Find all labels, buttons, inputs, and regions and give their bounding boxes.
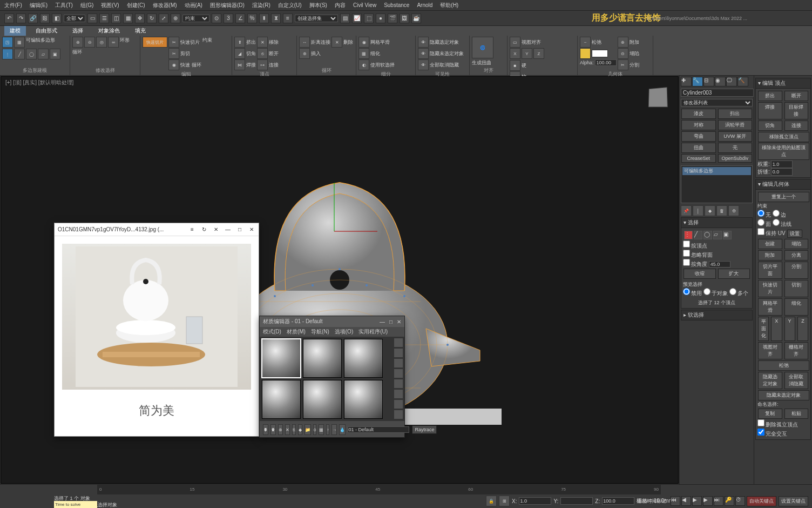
- z-button[interactable]: Z: [797, 317, 808, 341]
- mirror-button[interactable]: 对称: [681, 120, 716, 130]
- go-forward-icon[interactable]: →: [331, 424, 337, 435]
- normal-radio[interactable]: [773, 219, 780, 226]
- schematic-view-icon[interactable]: ⬚: [364, 14, 374, 23]
- window-crossing-icon[interactable]: ▦: [123, 14, 133, 23]
- refcoord-dropdown[interactable]: 约束: [182, 15, 209, 22]
- vertex-sel-icon[interactable]: ⋮: [684, 231, 693, 239]
- skin-button[interactable]: 漆皮: [681, 109, 716, 119]
- paste-button[interactable]: 粘贴: [784, 409, 809, 419]
- render-setup-icon[interactable]: 🎬: [388, 14, 397, 23]
- mat-type-button[interactable]: Raytrace: [412, 425, 437, 434]
- spinner-snap-icon[interactable]: ⬍: [259, 14, 269, 23]
- x-button[interactable]: X: [771, 317, 782, 341]
- fullinteract-checkbox[interactable]: [757, 429, 764, 436]
- material-editor-icon[interactable]: ●: [376, 14, 385, 23]
- assign-icon[interactable]: ⊕: [278, 424, 283, 435]
- play-icon[interactable]: ▶: [692, 496, 702, 506]
- relax-icon[interactable]: ~: [580, 37, 591, 48]
- show-end-icon[interactable]: │: [693, 205, 703, 216]
- material-slot-6[interactable]: [344, 380, 383, 419]
- none-radio[interactable]: [757, 210, 764, 217]
- link-icon[interactable]: 🔗: [28, 14, 38, 23]
- go-parent-icon[interactable]: ↑: [326, 424, 329, 435]
- config-icon[interactable]: ⚙: [728, 205, 739, 216]
- quickslice-icon[interactable]: ✂: [168, 37, 179, 48]
- minimize-icon[interactable]: —: [224, 226, 232, 232]
- crease-input[interactable]: [771, 168, 793, 176]
- menu-substance[interactable]: Substance: [384, 2, 409, 8]
- percent-snap-icon[interactable]: %: [247, 14, 257, 23]
- hideunsel-icon[interactable]: 👁: [418, 48, 429, 59]
- mat-mode-menu[interactable]: 模式(D): [263, 328, 281, 336]
- rotate-icon[interactable]: ↻: [200, 226, 208, 232]
- uvw-button[interactable]: UVW 展开: [718, 131, 753, 142]
- curve-editor-icon[interactable]: 📈: [352, 14, 362, 23]
- collapse-icon[interactable]: ⊖: [618, 48, 628, 59]
- vertex-subobj-icon[interactable]: ⋮: [2, 49, 13, 59]
- menu-modifier[interactable]: 修改器(M): [153, 2, 177, 9]
- poly-subobj-icon[interactable]: ▱: [38, 49, 49, 59]
- tab-freeform[interactable]: 自由形式: [30, 26, 63, 36]
- xyz-z-button[interactable]: Z: [533, 48, 544, 59]
- edit-poly-icon[interactable]: ▦: [14, 37, 25, 48]
- unique-icon[interactable]: ◆: [705, 205, 715, 216]
- forbid-radio[interactable]: [683, 288, 690, 295]
- chamfer-icon[interactable]: ◢: [234, 48, 245, 59]
- weld-button[interactable]: 焊接: [758, 102, 782, 119]
- sample-type-icon[interactable]: [394, 338, 403, 347]
- move-icon[interactable]: ✥: [135, 14, 145, 23]
- connect-button[interactable]: 连接: [784, 121, 809, 131]
- video-check-icon[interactable]: [394, 379, 403, 389]
- select-region-icon[interactable]: ◫: [111, 14, 121, 23]
- redo-icon[interactable]: ↷: [16, 14, 26, 23]
- poly-sel-icon[interactable]: ▱: [713, 231, 722, 239]
- angle-snap-icon[interactable]: ∠: [235, 14, 245, 23]
- menu-file[interactable]: 文件(F): [4, 2, 22, 9]
- close-icon[interactable]: ✕: [248, 226, 255, 232]
- break-button[interactable]: 断开: [784, 91, 809, 101]
- ignoreback-checkbox[interactable]: [683, 250, 690, 257]
- editverts-rollout-hdr[interactable]: ▾ 编辑 顶点: [755, 78, 811, 89]
- hidesel-button[interactable]: 隐藏选定对象: [758, 372, 782, 389]
- backlight-icon[interactable]: [394, 348, 403, 358]
- collapse-button[interactable]: 塌陷: [784, 239, 809, 249]
- attach-button[interactable]: 附加: [758, 250, 782, 260]
- menu-script[interactable]: 脚本(S): [309, 2, 327, 9]
- rotate-icon[interactable]: ↻: [147, 14, 157, 23]
- shrink-icon[interactable]: ⊖: [84, 37, 95, 48]
- mat-name-input[interactable]: [348, 426, 409, 433]
- byvertex-checkbox[interactable]: [683, 240, 690, 248]
- align-icon[interactable]: ≡: [283, 14, 293, 23]
- angle-input[interactable]: [709, 261, 730, 268]
- menu-render[interactable]: 渲染(R): [252, 2, 270, 9]
- snap-toggle-icon[interactable]: 3: [224, 14, 233, 23]
- render-icon[interactable]: ☕: [411, 14, 421, 23]
- material-slot-4[interactable]: [262, 380, 301, 419]
- unlink-icon[interactable]: ⛓: [40, 14, 50, 23]
- menu-view[interactable]: 视图(V): [101, 2, 119, 9]
- border-sel-icon[interactable]: ◯: [703, 231, 712, 239]
- xyz-x-button[interactable]: X: [510, 48, 520, 59]
- mat-material-menu[interactable]: 材质(M): [287, 328, 306, 336]
- remove-mod-icon[interactable]: 🗑: [716, 205, 727, 216]
- modifier-stack[interactable]: 可编辑多边形: [681, 165, 753, 203]
- display-tab-icon[interactable]: 🖵: [726, 77, 737, 86]
- detach-button[interactable]: 分离: [784, 250, 809, 260]
- softsel-rollout-hdr[interactable]: ▸ 软选择: [681, 310, 753, 320]
- shell-button[interactable]: 壳: [718, 143, 753, 153]
- hideunsel-button[interactable]: 隐藏未选定对象: [758, 390, 809, 400]
- menu-help[interactable]: 帮助(H): [440, 2, 458, 9]
- eyedropper-icon[interactable]: 💧: [339, 424, 346, 435]
- unhideall-button[interactable]: 全部取消隐藏: [784, 372, 809, 389]
- selection-rollout-hdr[interactable]: ▾ 选择: [681, 217, 753, 228]
- key-mode-icon[interactable]: 🔑: [725, 496, 734, 506]
- settings-button[interactable]: 设置: [787, 230, 802, 238]
- make-unique-icon[interactable]: ◆: [298, 424, 302, 435]
- turbosmooth-button[interactable]: 涡轮平滑: [718, 120, 753, 130]
- menu-create[interactable]: 创建(C): [127, 2, 145, 9]
- alpha-input[interactable]: [595, 59, 617, 66]
- color-swatch-white[interactable]: [592, 50, 608, 57]
- gridalign-button[interactable]: 栅格对齐: [784, 342, 809, 359]
- xyz-y-button[interactable]: Y: [522, 48, 532, 59]
- toggle-ribbon-icon[interactable]: ▤: [340, 14, 350, 23]
